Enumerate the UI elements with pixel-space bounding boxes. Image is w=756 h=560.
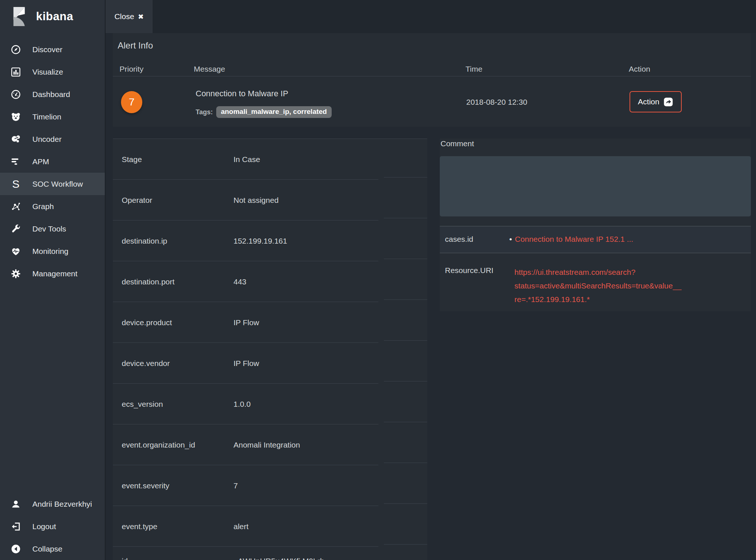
close-tab[interactable]: Close ✖ [106, 0, 153, 33]
sidebar-item-label: Andrii Bezverkhyi [32, 500, 92, 509]
sidebar-item-monitoring[interactable]: Monitoring [0, 240, 105, 262]
url-line[interactable]: re=.*152.199.19.161.* [514, 292, 681, 306]
apm-bars-icon [10, 156, 22, 167]
field-value: In Case [233, 155, 260, 164]
field-label: event.type [113, 522, 233, 531]
sidebar-item-graph[interactable]: Graph [0, 195, 105, 218]
sidebar-item-dev-tools[interactable]: Dev Tools [0, 218, 105, 240]
kibana-logo-icon [9, 6, 29, 27]
sidebar-item-management[interactable]: Management [0, 262, 105, 285]
sidebar-footer: Andrii Bezverkhyi Logout Collapse [0, 493, 105, 560]
sidebar-item-soc-workflow[interactable]: S SOC Workflow [0, 173, 105, 195]
alert-message: Connection to Malware IP [196, 89, 288, 98]
column-header-message: Message [194, 65, 225, 73]
field-label: destination.port [113, 277, 233, 286]
field-value: Anomali Integration [233, 441, 300, 449]
tags-row: Tags: anomali_malware_ip, correlated [196, 106, 332, 118]
app-logo-text: kibana [36, 10, 73, 23]
field-label: id [113, 557, 233, 560]
compass-icon [10, 44, 22, 55]
table-row: StageIn Case [113, 139, 427, 180]
sidebar-item-timelion[interactable]: Timelion [0, 105, 105, 128]
resource-uri-link[interactable]: https://ui.threatstream.com/search? stat… [514, 265, 681, 306]
field-value: alert [233, 522, 249, 531]
table-row: device.vendorIP Flow [113, 343, 427, 384]
url-line[interactable]: https://ui.threatstream.com/search? [514, 265, 681, 279]
field-label: Stage [113, 155, 233, 164]
sidebar: kibana Discover Visualize Dashboard Ti [0, 0, 106, 560]
sidebar-item-visualize[interactable]: Visualize [0, 61, 105, 83]
sidebar-item-label: Management [32, 269, 78, 278]
sidebar-item-dashboard[interactable]: Dashboard [0, 83, 105, 105]
sidebar-item-label: SOC Workflow [32, 180, 83, 189]
tag-pill: anomali_malware_ip, correlated [216, 106, 332, 118]
sidebar-item-user[interactable]: Andrii Bezverkhyi [0, 493, 105, 515]
sidebar-item-label: Dashboard [32, 90, 70, 99]
circles-icon [10, 134, 22, 145]
field-value: 152.199.19.161 [233, 237, 287, 245]
main-content: Alert Info Priority Message Time Action … [106, 33, 756, 560]
sidebar-item-collapse[interactable]: Collapse [0, 538, 105, 560]
field-label: event.organization_id [113, 441, 233, 449]
sidebar-item-label: Discover [32, 45, 63, 54]
table-row: id• AWUpUR5u4WKfi M9Lrb [113, 547, 427, 560]
section-title: Alert Info [118, 40, 153, 51]
table-row: destination.ip152.199.19.161 [113, 220, 427, 261]
panel-divider [440, 253, 751, 253]
sidebar-item-label: Uncoder [32, 135, 61, 144]
gauge-icon [10, 89, 22, 100]
table-row: device.productIP Flow [113, 302, 427, 343]
url-line[interactable]: status=active&multiSearchResults=true&va… [514, 279, 681, 292]
table-row: event.severity7 [113, 465, 427, 506]
field-value: 443 [233, 277, 246, 286]
sidebar-item-label: Timelion [32, 112, 61, 121]
table-row: OperatorNot assigned [113, 180, 427, 220]
table-row: event.organization_idAnomali Integration [113, 424, 427, 465]
comment-input[interactable] [440, 156, 751, 216]
sidebar-item-label: Monitoring [32, 247, 68, 256]
sidebar-item-label: Visualize [32, 68, 63, 76]
field-label: ecs_version [113, 400, 233, 409]
comment-panel: Comment cases.id • Connection to Malware… [440, 139, 751, 311]
field-label: destination.ip [113, 237, 233, 245]
field-label: Operator [113, 196, 233, 205]
alert-detail-table: StageIn Case OperatorNot assigned destin… [113, 139, 427, 560]
sidebar-item-label: Logout [32, 522, 56, 531]
field-value: Not assigned [233, 196, 279, 205]
action-button-label: Action [638, 97, 659, 106]
wrench-icon [10, 223, 22, 234]
table-row: destination.port443 [113, 261, 427, 302]
resource-uri-label: Resource.URI [445, 266, 493, 275]
gear-icon [10, 268, 22, 279]
column-header-time: Time [466, 65, 482, 73]
column-header-priority: Priority [120, 65, 143, 73]
heartbeat-icon [10, 246, 22, 257]
action-button[interactable]: Action [630, 91, 682, 112]
bear-icon [10, 111, 22, 122]
column-header-action: Action [629, 65, 650, 73]
sidebar-item-uncoder[interactable]: Uncoder [0, 128, 105, 150]
table-row: event.typealert [113, 506, 427, 547]
user-icon [10, 499, 22, 510]
field-value: IP Flow [233, 359, 259, 368]
field-value: 7 [233, 481, 238, 490]
sidebar-item-discover[interactable]: Discover [0, 38, 105, 61]
priority-badge: 7 [121, 91, 142, 113]
share-arrow-icon [663, 97, 673, 107]
sidebar-item-label: Graph [32, 202, 54, 211]
table-row: ecs_version1.0.0 [113, 384, 427, 424]
top-bar: Close ✖ [106, 0, 756, 33]
cases-id-value: • Connection to Malware IP 152.1 ... [509, 235, 633, 244]
app-logo[interactable]: kibana [0, 0, 105, 33]
sidebar-item-apm[interactable]: APM [0, 150, 105, 173]
case-link[interactable]: Connection to Malware IP 152.1 ... [515, 235, 633, 244]
header-divider [113, 76, 751, 76]
tags-label: Tags: [196, 108, 213, 116]
letter-s-icon: S [10, 179, 22, 190]
sidebar-item-logout[interactable]: Logout [0, 515, 105, 538]
sidebar-item-label: APM [32, 157, 49, 166]
close-tab-label: Close [114, 12, 134, 21]
cases-id-label: cases.id [445, 235, 473, 244]
field-value: IP Flow [233, 318, 259, 327]
alert-info-section: Alert Info Priority Message Time Action … [113, 33, 751, 127]
